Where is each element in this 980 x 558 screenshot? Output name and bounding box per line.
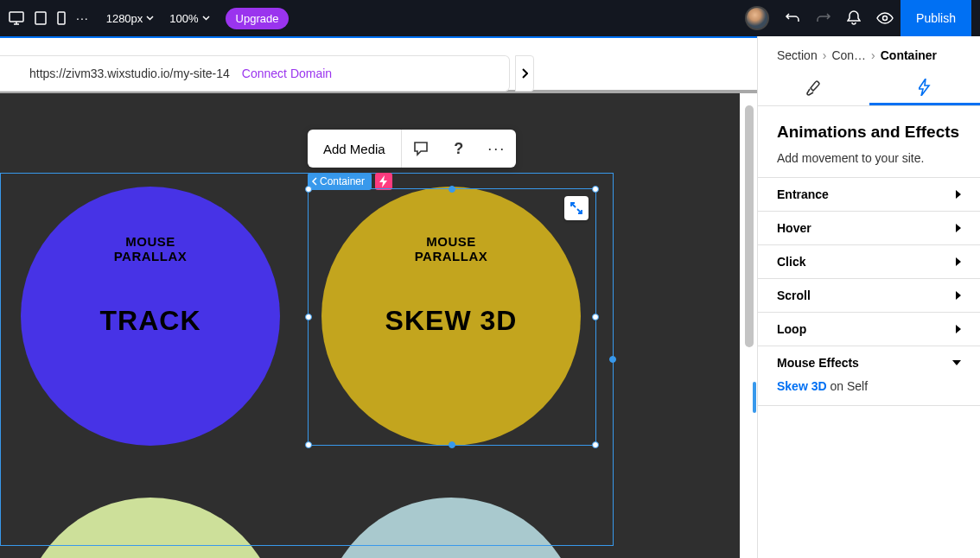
section-click-header[interactable]: Click	[758, 245, 980, 278]
topbar-right	[745, 6, 894, 30]
mouse-effect-row[interactable]: Skew 3D on Self	[758, 379, 980, 405]
section-mouse-header[interactable]: Mouse Effects	[758, 346, 980, 379]
zoom-value: 100%	[169, 12, 198, 25]
section-entrance-header[interactable]: Entrance	[758, 178, 980, 211]
chevron-left-icon	[311, 177, 318, 186]
resize-handle[interactable]	[592, 186, 599, 193]
section-scroll-header[interactable]: Scroll	[758, 279, 980, 312]
mobile-icon[interactable]	[57, 11, 66, 25]
selection-outline	[308, 188, 596, 446]
effects-badge[interactable]	[375, 173, 392, 190]
chevron-right-icon	[521, 68, 528, 79]
more-devices-icon[interactable]: ···	[76, 11, 89, 25]
chevron-down-icon	[952, 360, 961, 365]
connect-domain-link[interactable]: Connect Domain	[242, 67, 332, 80]
section-hover: Hover	[758, 212, 980, 245]
more-actions-button[interactable]: ···	[478, 130, 516, 168]
expand-element-button[interactable]	[564, 196, 589, 220]
resize-handle[interactable]	[609, 356, 616, 363]
publish-button[interactable]: Publish	[900, 0, 971, 36]
expand-icon	[570, 202, 582, 214]
top-bar: ··· 1280px 100% Upgrade Publish	[0, 0, 980, 36]
canvas-width-dropdown[interactable]: 1280px	[106, 12, 155, 25]
resize-handle[interactable]	[305, 441, 312, 448]
panel-subtitle: Add movement to your site.	[777, 151, 961, 165]
resize-handle[interactable]	[592, 441, 599, 448]
lightning-icon	[379, 175, 388, 187]
tablet-icon[interactable]	[35, 11, 47, 25]
svg-rect-2	[58, 12, 65, 24]
chevron-right-icon	[956, 190, 961, 199]
undo-icon[interactable]	[785, 11, 800, 25]
section-entrance: Entrance	[758, 178, 980, 212]
section-scroll: Scroll	[758, 279, 980, 313]
chevron-right-icon	[956, 257, 961, 266]
chevron-right-icon	[956, 325, 961, 333]
breadcrumb-con[interactable]: Con…	[831, 48, 866, 62]
panel-sections: Entrance Hover Click Scroll	[758, 177, 980, 406]
panel-title: Animations and Effects	[777, 122, 961, 143]
site-url: https://zivm33.wixstudio.io/my-site-14	[29, 67, 230, 80]
vertical-scrollbar[interactable]	[745, 105, 754, 347]
section-mouse-effects: Mouse Effects Skew 3D on Self	[758, 346, 980, 406]
inspector-panel: Section › Con… › Container Animations an…	[757, 36, 980, 558]
eye-icon[interactable]	[876, 12, 894, 24]
section-click: Click	[758, 245, 980, 279]
breadcrumb-section[interactable]: Section	[777, 48, 818, 62]
lightning-icon	[919, 79, 931, 96]
panel-resize-handle[interactable]	[753, 382, 756, 413]
question-icon: ?	[454, 140, 463, 158]
panel-tabs	[758, 71, 980, 106]
panel-breadcrumb: Section › Con… › Container	[758, 36, 980, 71]
resize-handle[interactable]	[449, 441, 455, 448]
design-tab[interactable]	[758, 71, 869, 105]
device-switcher: ···	[9, 11, 89, 25]
add-media-button[interactable]: Add Media	[308, 130, 402, 168]
resize-handle[interactable]	[305, 314, 312, 320]
svg-rect-0	[10, 12, 23, 22]
urlbar-wrap: https://zivm33.wixstudio.io/my-site-14 C…	[0, 36, 757, 93]
url-bar: https://zivm33.wixstudio.io/my-site-14 C…	[0, 55, 510, 92]
canvas[interactable]: MOUSEPARALLAX TRACK MOUSEPARALLAX SKEW 3…	[0, 93, 740, 558]
effect-name: Skew 3D	[777, 379, 827, 393]
selection-breadcrumb[interactable]: Container	[308, 173, 372, 190]
desktop-icon[interactable]	[9, 11, 24, 25]
resize-handle[interactable]	[592, 314, 599, 320]
bell-icon[interactable]	[847, 10, 861, 26]
upgrade-button[interactable]: Upgrade	[226, 8, 290, 29]
section-hover-header[interactable]: Hover	[758, 212, 980, 244]
zoom-dropdown[interactable]: 100%	[169, 12, 209, 25]
redo-icon[interactable]	[816, 11, 831, 25]
chevron-down-icon	[146, 16, 154, 21]
resize-handle[interactable]	[305, 186, 312, 193]
expand-panel-tab[interactable]	[515, 55, 534, 92]
canvas-width-value: 1280px	[106, 12, 143, 25]
resize-handle[interactable]	[449, 186, 455, 193]
dots-icon: ···	[487, 140, 506, 158]
panel-header: Animations and Effects Add movement to y…	[758, 106, 980, 177]
selection-label-wrap: Container	[308, 173, 392, 190]
chevron-right-icon: ›	[871, 48, 875, 62]
section-loop: Loop	[758, 313, 980, 346]
effect-target: on Self	[827, 379, 868, 393]
brush-icon	[805, 79, 822, 97]
chevron-down-icon	[202, 16, 210, 21]
section-loop-header[interactable]: Loop	[758, 313, 980, 346]
comment-button[interactable]	[402, 130, 440, 168]
element-toolbar: Add Media ? ···	[308, 130, 516, 168]
breadcrumb-container[interactable]: Container	[881, 48, 937, 62]
svg-rect-1	[35, 12, 46, 24]
svg-point-3	[883, 16, 888, 21]
canvas-area: https://zivm33.wixstudio.io/my-site-14 C…	[0, 36, 757, 558]
comment-icon	[413, 141, 429, 156]
chevron-right-icon: ›	[823, 48, 827, 62]
help-button[interactable]: ?	[440, 130, 478, 168]
user-avatar[interactable]	[745, 6, 769, 30]
chevron-right-icon	[956, 224, 961, 232]
effects-tab[interactable]	[869, 71, 981, 105]
chevron-right-icon	[956, 291, 961, 300]
